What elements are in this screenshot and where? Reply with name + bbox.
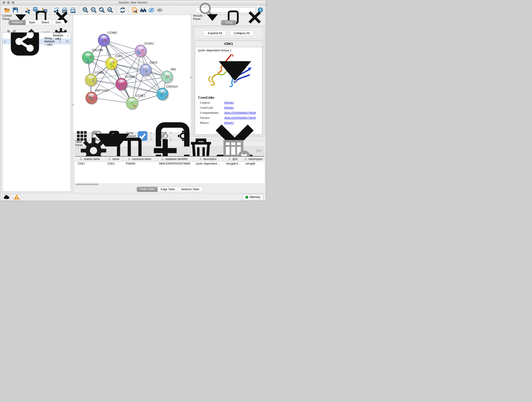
window-title: Session: New Session — [0, 0, 266, 5]
column-label: database identifier — [165, 157, 188, 161]
zoom-selected-icon[interactable] — [107, 7, 114, 13]
node-label-CDC25B: CDC25B — [92, 49, 103, 52]
expand-all-button[interactable]: Expand All — [203, 30, 226, 36]
crosslink-link[interactable]: P06493 — [224, 106, 234, 109]
column-label: shared name — [84, 157, 100, 161]
table-cell: CDK1 — [105, 162, 123, 166]
tab-node-table[interactable]: Node Table — [137, 187, 158, 192]
refresh-layout-icon[interactable] — [119, 7, 126, 13]
node-label-CDC6: CDC6 — [149, 61, 157, 64]
tab-edge-table[interactable]: Edge Table — [158, 187, 178, 192]
column-header-shared-name[interactable]: shared name — [75, 157, 105, 161]
network-node-RB1[interactable]: RB1 — [161, 68, 176, 84]
table-cell: CDK1 — [75, 162, 105, 166]
show-details-icon[interactable] — [156, 7, 163, 13]
network-node-CCNA1[interactable]: CCNA1 — [135, 42, 154, 58]
column-type-icon — [199, 158, 202, 160]
column-label: description — [203, 157, 216, 161]
collapse-all-button[interactable]: Collapse All — [230, 30, 254, 36]
memory-status-dot — [245, 196, 248, 199]
node-label-CCNA2: CCNA2 — [125, 75, 135, 78]
column-header-name[interactable]: name — [105, 157, 123, 161]
column-type-icon — [128, 158, 131, 160]
tab-string[interactable]: String — [221, 20, 236, 25]
column-label: @id — [232, 157, 237, 161]
node-label-CCNE1: CCNE1 — [136, 94, 145, 97]
left-splitter-handle[interactable] — [72, 104, 74, 106]
network-node-HIST1H1A[interactable]: HIST1H1A — [86, 89, 109, 105]
close-window-button[interactable] — [2, 1, 5, 4]
zoom-out-icon[interactable] — [90, 7, 97, 13]
zoom-in-icon[interactable] — [82, 7, 89, 13]
minimize-window-button[interactable] — [7, 1, 10, 4]
control-panel: Control Panel NetworkStyleSelectSets 1 o… — [0, 15, 73, 194]
node-label-CDK1: CDK1 — [115, 55, 123, 58]
cloud-status-button[interactable] — [3, 194, 10, 200]
toolbar-separator — [116, 6, 117, 14]
table-cell: cyclin–dependent ... — [193, 162, 223, 166]
zoom-window-button[interactable] — [12, 1, 14, 4]
network-tree: String Network – cdk1 1 String Network –… — [2, 32, 71, 192]
tab-sets[interactable]: Sets — [52, 20, 64, 25]
tab-network[interactable]: Network — [9, 20, 26, 25]
network-node-CCNB2[interactable]: CCNB2 — [98, 31, 117, 47]
warning-icon — [13, 194, 20, 201]
control-panel-title: Control Panel — [2, 14, 12, 21]
column-header-database-identifier[interactable]: database identifier — [156, 157, 193, 161]
duplicate-network-icon[interactable] — [132, 7, 138, 13]
crosslink-link[interactable]: P06493 — [224, 101, 234, 104]
node-count: 11 — [59, 40, 62, 43]
column-header-canonical-name[interactable]: canonical name — [123, 157, 156, 161]
tab-select[interactable]: Select — [38, 20, 52, 25]
memory-button[interactable]: Memory — [242, 194, 263, 200]
node-label-CCNB2: CCNB2 — [108, 31, 117, 34]
column-type-icon — [161, 158, 164, 160]
column-header-id[interactable]: @id — [223, 157, 243, 161]
toolbar-separator — [128, 6, 129, 14]
table-cell: 9606.ENSP00000378699 — [156, 162, 193, 166]
crosslink-row: Uniprot:P06493 — [200, 101, 259, 104]
node-label-CCNB1: CCNB1 — [95, 71, 104, 74]
network-item-label: String Network – cdk1 — [44, 37, 55, 46]
network-node-CDK1[interactable]: CDK1 — [106, 55, 123, 70]
hide-details-icon[interactable] — [148, 7, 155, 13]
scrollbar-thumb[interactable] — [75, 184, 98, 185]
result-entry-header[interactable]: CDK1 — [195, 41, 263, 47]
results-panel-close-icon[interactable] — [245, 8, 264, 27]
zoom-fit-icon[interactable] — [99, 7, 105, 13]
collapse-entry-icon[interactable] — [207, 43, 263, 98]
column-label: name — [112, 157, 119, 161]
crosslink-row: GeneCard:P06493 — [200, 106, 259, 109]
column-type-icon — [108, 158, 111, 160]
houses-icon[interactable] — [140, 7, 147, 13]
column-header-namespace[interactable]: namespace — [243, 157, 264, 161]
network-node-CDC6[interactable]: CDC6 — [140, 61, 157, 77]
network-node-CCNB1[interactable]: CCNB1 — [85, 71, 104, 87]
table-row[interactable]: CDK1CDK1P064939606.ENSP00000378699cyclin… — [75, 162, 264, 166]
node-label-CCNA1: CCNA1 — [144, 42, 154, 45]
column-header-description[interactable]: description — [193, 157, 223, 161]
bottom-splitter-handle[interactable] — [161, 139, 163, 141]
node-label-HIST1H1A: HIST1H1A — [95, 89, 109, 92]
tab-style[interactable]: Style — [26, 20, 38, 25]
tab-network-table[interactable]: Network Table — [178, 187, 203, 192]
results-panel-collapse-icon[interactable] — [203, 8, 222, 27]
column-label: namespace — [248, 157, 263, 161]
results-panel-title: Results Panel — [193, 14, 203, 21]
string-app-icon — [7, 32, 43, 59]
warnings-button[interactable] — [13, 194, 20, 200]
open-session-icon[interactable] — [4, 7, 11, 13]
column-type-icon — [80, 158, 82, 160]
network-node-CDKN1A[interactable]: CDKN1A — [157, 85, 178, 101]
function-builder-icon: f(x) — [256, 148, 262, 153]
titlebar[interactable]: Session: New Session — [0, 0, 266, 5]
application-window: Session: New Session ? Control Panel Net… — [0, 0, 266, 201]
table-horizontal-scrollbar[interactable] — [75, 183, 264, 185]
memory-label: Memory — [250, 196, 260, 199]
network-node-CDC25B[interactable]: CDC25B — [82, 49, 103, 64]
edge-count: 48 — [65, 40, 69, 43]
table-panel: Table Panel f(x) shared namenamecanonica… — [73, 141, 266, 194]
table-toolbar: f(x) — [75, 147, 264, 155]
right-splitter-handle[interactable] — [190, 76, 192, 78]
window-controls — [2, 1, 14, 4]
